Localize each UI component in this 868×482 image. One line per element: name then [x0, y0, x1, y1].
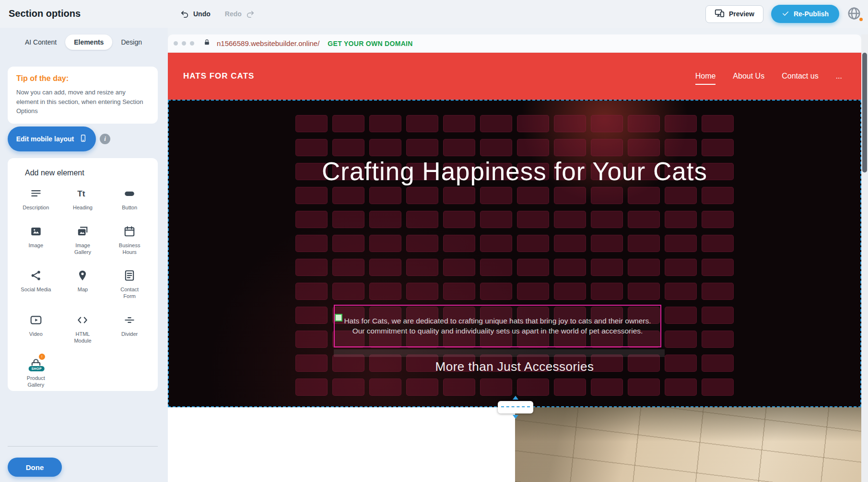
tab-ai-content[interactable]: AI Content [16, 34, 65, 50]
topbar-actions: Preview Re-Publish [705, 0, 862, 28]
site-url: n1566589.websitebuilder.online/ [217, 39, 319, 47]
undo-button[interactable]: Undo [180, 10, 211, 19]
preview-button[interactable]: Preview [705, 5, 763, 23]
element-item-html-module[interactable]: HTML Module [59, 312, 106, 344]
preview-label: Preview [729, 10, 754, 18]
language-globe-button[interactable] [847, 6, 862, 22]
element-item-business-hours[interactable]: Business Hours [106, 224, 153, 256]
hero-section-selected[interactable]: Crafting Happiness for Your Cats More th… [168, 100, 861, 407]
redo-icon [246, 10, 255, 19]
redo-label: Redo [225, 10, 242, 18]
nav-item-about-us[interactable]: About Us [733, 72, 764, 80]
window-dot [182, 41, 186, 46]
element-item-button[interactable]: Button [106, 186, 153, 211]
window-dot [190, 41, 194, 46]
element-item-image-gallery[interactable]: Image Gallery [59, 224, 106, 256]
resize-handle-left[interactable] [335, 314, 342, 321]
arrow-down-icon [513, 415, 518, 419]
window-dots [174, 41, 194, 46]
element-hover-ghost [334, 349, 665, 357]
editor-canvas: n1566589.websitebuilder.online/ GET YOUR… [168, 28, 868, 482]
window-dot [174, 41, 178, 46]
phone-icon [79, 134, 87, 144]
info-icon[interactable]: i [100, 134, 110, 144]
social-media-icon [28, 268, 44, 283]
sidebar-tabs: AI Content Elements Design [16, 34, 149, 50]
sidebar: AI Content Elements Design Tip of the da… [0, 28, 168, 482]
tab-design[interactable]: Design [112, 34, 151, 50]
edit-mobile-layout-button[interactable]: Edit mobile layout [8, 126, 96, 151]
tab-elements[interactable]: Elements [65, 34, 112, 50]
element-item-product-gallery[interactable]: SHOP ↑ Product Gallery [12, 356, 59, 389]
site-header[interactable]: HATS FOR CATS Home About Us Contact us .… [168, 53, 861, 100]
element-item-video[interactable]: Video [12, 312, 59, 344]
notification-dot [859, 18, 863, 21]
sidebar-divider [8, 446, 158, 447]
site-preview: HATS FOR CATS Home About Us Contact us .… [168, 53, 861, 482]
canvas-scrollbar[interactable] [861, 34, 868, 482]
done-button[interactable]: Done [8, 458, 62, 477]
business-hours-icon [122, 224, 137, 239]
nav-item-more[interactable]: ... [836, 72, 842, 80]
tip-title: Tip of the day: [16, 74, 149, 83]
image-icon [28, 224, 44, 239]
heading-icon: Tt [75, 186, 90, 201]
element-item-divider[interactable]: Divider [106, 312, 153, 344]
shop-badge: SHOP [28, 366, 45, 372]
element-item-image[interactable]: Image [12, 224, 59, 256]
html-module-icon [75, 312, 90, 328]
browser-chrome-bar: n1566589.websitebuilder.online/ GET YOUR… [168, 34, 861, 53]
nav-item-home[interactable]: Home [695, 72, 716, 80]
tip-body: Now you can add, move and resize any ele… [16, 88, 149, 116]
redo-button[interactable]: Redo [225, 10, 255, 19]
element-item-map[interactable]: Map [59, 268, 106, 300]
selected-text-element[interactable]: Hats for Cats, we are dedicated to craft… [334, 305, 661, 347]
lock-icon [203, 39, 211, 48]
description-icon [28, 186, 44, 201]
republish-button[interactable]: Re-Publish [771, 5, 839, 23]
add-new-element-title: Add new element [25, 169, 153, 177]
hero-title[interactable]: Crafting Happiness for Your Cats [169, 152, 860, 191]
check-icon [782, 10, 789, 19]
element-grid: Description Tt Heading Button Image [12, 186, 153, 389]
add-new-element-panel: Add new element Description Tt Heading B… [8, 158, 158, 391]
pavement-photo [515, 407, 861, 482]
page-title: Section options [9, 8, 81, 19]
devices-icon [715, 8, 725, 20]
republish-label: Re-Publish [794, 10, 829, 18]
image-gallery-icon [75, 224, 90, 239]
element-item-heading[interactable]: Tt Heading [59, 186, 106, 211]
tip-of-the-day-card: Tip of the day: Now you can add, move an… [8, 67, 158, 124]
svg-text:Tt: Tt [78, 189, 86, 198]
scrollbar-thumb[interactable] [862, 53, 867, 172]
nav-item-contact-us[interactable]: Contact us [782, 72, 818, 80]
undo-icon [180, 10, 189, 19]
topbar: Section options Undo Redo Preview Re-P [0, 0, 868, 28]
undo-redo-group: Undo Redo [180, 0, 255, 28]
get-domain-link[interactable]: GET YOUR OWN DOMAIN [328, 40, 412, 47]
site-logo[interactable]: HATS FOR CATS [183, 71, 254, 81]
element-item-social-media[interactable]: Social Media [12, 268, 59, 300]
hero-body-text: Hats for Cats, we are dedicated to craft… [335, 316, 660, 336]
hero-subtitle[interactable]: More than Just Accessories [169, 359, 860, 374]
video-icon [28, 312, 44, 328]
contact-form-icon [122, 268, 137, 283]
map-icon [75, 268, 90, 283]
arrow-up-icon [513, 396, 518, 400]
resize-dash-line [501, 406, 530, 407]
divider-icon [122, 312, 137, 328]
undo-label: Undo [193, 10, 211, 18]
button-icon [122, 186, 137, 201]
element-item-contact-form[interactable]: Contact Form [106, 268, 153, 300]
section-resize-handle[interactable] [498, 401, 533, 413]
element-item-description[interactable]: Description [12, 186, 59, 211]
upgrade-badge: ↑ [39, 354, 45, 360]
site-nav: Home About Us Contact us ... [695, 53, 842, 100]
edit-mobile-label: Edit mobile layout [16, 135, 74, 143]
product-gallery-icon: SHOP ↑ [28, 356, 44, 372]
